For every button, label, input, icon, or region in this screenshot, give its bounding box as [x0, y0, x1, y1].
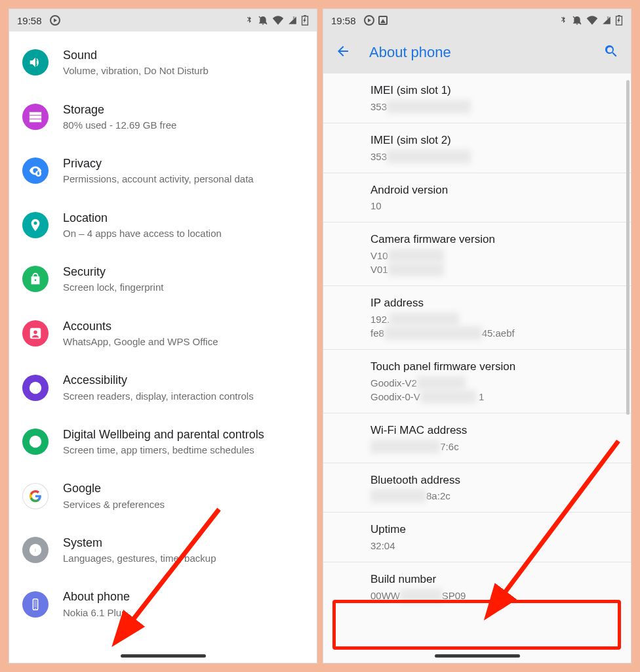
dnd-icon	[572, 15, 582, 26]
about-title: IP address	[370, 295, 631, 311]
about-title: Wi-Fi MAC address	[370, 423, 631, 438]
security-icon	[22, 266, 49, 292]
about-title: Uptime	[370, 522, 631, 537]
back-button[interactable]	[335, 43, 351, 62]
bluetooth-icon	[559, 16, 568, 25]
clock: 19:58	[331, 15, 356, 26]
about-row[interactable]: Build number 00WW██████SP09	[323, 562, 631, 612]
about-title: IMEI (sim slot 1)	[370, 83, 631, 98]
settings-list[interactable]: Sound Volume, vibration, Do Not Disturb …	[9, 32, 317, 631]
svg-rect-8	[618, 15, 620, 16]
search-button[interactable]	[603, 43, 619, 62]
setting-text: About phone Nokia 6.1 Plus	[63, 589, 130, 620]
setting-row-wellbeing[interactable]: Digital Wellbeing and parental controls …	[9, 415, 317, 469]
media-icon	[364, 15, 374, 26]
about-row: Wi-Fi MAC address ██████████7:6c	[323, 413, 631, 463]
scrollbar[interactable]	[626, 80, 630, 415]
wifi-icon	[272, 16, 284, 25]
setting-text: Location On – 4 apps have access to loca…	[63, 210, 222, 241]
about-value: 353████████████	[370, 150, 631, 163]
setting-row-privacy[interactable]: Privacy Permissions, account activity, p…	[9, 144, 317, 198]
about-value: 00WW██████SP09	[370, 589, 631, 602]
wifi-icon	[586, 16, 598, 25]
about-title: Bluetooth address	[370, 472, 631, 488]
about-value: ██████████7:6c	[370, 440, 631, 453]
setting-row-storage[interactable]: Storage 80% used - 12.69 GB free	[9, 90, 317, 144]
setting-title: About phone	[63, 589, 130, 604]
bluetooth-icon	[245, 16, 254, 25]
wellbeing-icon	[22, 429, 49, 455]
svg-rect-3	[304, 15, 306, 16]
about-row: IMEI (sim slot 2) 353████████████	[323, 123, 631, 173]
setting-text: Accounts WhatsApp, Google and WPS Office	[63, 318, 218, 349]
setting-subtitle: WhatsApp, Google and WPS Office	[63, 335, 218, 348]
location-icon	[22, 212, 49, 238]
system-icons: x	[245, 15, 309, 26]
setting-title: Accounts	[63, 318, 218, 334]
dnd-icon	[258, 15, 268, 26]
about-title: IMEI (sim slot 2)	[370, 133, 631, 148]
signal-icon: x	[602, 16, 611, 25]
comparison-stage: 19:58 x Sound Volume, vibration, Do Not …	[0, 0, 640, 672]
about-row: IMEI (sim slot 1) 353████████████	[323, 74, 631, 123]
setting-text: Storage 80% used - 12.69 GB free	[63, 102, 176, 133]
google-icon	[22, 483, 49, 509]
about-list[interactable]: IMEI (sim slot 1) 353████████████ IMEI (…	[323, 74, 631, 612]
about-value: Goodix-V2███████Goodix-0-V████████ 1	[370, 376, 631, 404]
about-value: 192.██████████fe8██████████████45:aebf	[370, 312, 631, 340]
setting-subtitle: Permissions, account activity, personal …	[63, 173, 254, 186]
setting-title: Privacy	[63, 156, 254, 171]
setting-title: Digital Wellbeing and parental controls	[63, 427, 264, 442]
app-bar: About phone	[323, 32, 631, 74]
setting-row-location[interactable]: Location On – 4 apps have access to loca…	[9, 198, 317, 253]
system-icons: x	[559, 15, 623, 26]
setting-row-sound[interactable]: Sound Volume, vibration, Do Not Disturb	[9, 35, 317, 90]
setting-row-system[interactable]: System Languages, gestures, time, backup	[9, 523, 317, 578]
setting-subtitle: On – 4 apps have access to location	[63, 227, 222, 240]
setting-text: System Languages, gestures, time, backup	[63, 535, 216, 566]
about-value: 10	[370, 199, 631, 213]
storage-icon	[22, 104, 49, 130]
status-bar: 19:58 x	[9, 9, 317, 32]
setting-title: Google	[63, 480, 165, 496]
about-value: ████████8a:2c	[370, 489, 631, 503]
page-title: About phone	[369, 44, 603, 61]
about-title: Camera firmware version	[370, 232, 631, 247]
setting-row-google[interactable]: Google Services & preferences	[9, 469, 317, 523]
about-row: Camera firmware version V10████████V01██…	[323, 222, 631, 286]
about-value: V10████████V01████████	[370, 249, 631, 276]
about-row: Android version 10	[323, 173, 631, 223]
about-row: Bluetooth address ████████8a:2c	[323, 463, 631, 513]
setting-subtitle: Languages, gestures, time, backup	[63, 552, 216, 565]
about-row: Touch panel firmware version Goodix-V2██…	[323, 350, 631, 413]
status-bar: 19:58 x	[323, 9, 631, 32]
setting-subtitle: Services & preferences	[63, 498, 165, 511]
media-icon	[50, 15, 60, 26]
setting-text: Accessibility Screen readers, display, i…	[63, 372, 254, 403]
setting-row-access[interactable]: Accessibility Screen readers, display, i…	[9, 360, 317, 415]
setting-subtitle: Screen lock, fingerprint	[63, 281, 163, 294]
setting-subtitle: Volume, vibration, Do Not Disturb	[63, 64, 209, 77]
setting-row-accounts[interactable]: Accounts WhatsApp, Google and WPS Office	[9, 306, 317, 361]
battery-icon	[615, 15, 623, 26]
about-value: 32:04	[370, 539, 631, 553]
setting-row-security[interactable]: Security Screen lock, fingerprint	[9, 252, 317, 306]
about-value: 353████████████	[370, 100, 631, 114]
settings-screen: 19:58 x Sound Volume, vibration, Do Not …	[9, 9, 317, 663]
setting-text: Privacy Permissions, account activity, p…	[63, 156, 254, 186]
screenshot-icon	[378, 16, 388, 25]
about-title: Touch panel firmware version	[370, 359, 631, 375]
privacy-icon	[22, 158, 49, 184]
about-icon	[22, 591, 49, 618]
signal-icon: x	[288, 16, 297, 25]
nav-bar[interactable]	[121, 654, 206, 658]
setting-text: Google Services & preferences	[63, 480, 165, 511]
setting-subtitle: Screen readers, display, interaction con…	[63, 390, 254, 403]
setting-row-about[interactable]: About phone Nokia 6.1 Plus	[9, 577, 317, 631]
nav-bar[interactable]	[435, 654, 520, 658]
sound-icon	[22, 49, 49, 75]
clock: 19:58	[17, 15, 42, 26]
setting-subtitle: Nokia 6.1 Plus	[63, 606, 130, 620]
setting-title: Security	[63, 264, 163, 280]
setting-title: Sound	[63, 47, 209, 63]
